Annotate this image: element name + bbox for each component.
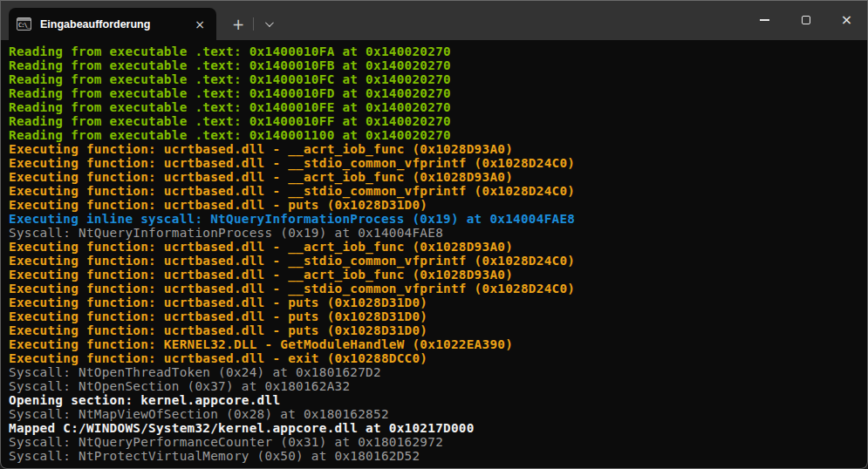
terminal-line: Executing function: ucrtbased.dll - puts… (9, 323, 866, 337)
terminal-line: Reading from executable .text: 0x1400010… (9, 100, 866, 114)
tab-title: Eingabeaufforderung (40, 18, 188, 31)
terminal-line: Reading from executable .text: 0x1400010… (9, 72, 866, 86)
tab-eingabeaufforderung[interactable]: C:\_ Eingabeaufforderung × (9, 8, 216, 40)
terminal-line: Executing function: ucrtbased.dll - puts… (9, 296, 866, 309)
chevron-down-icon (264, 18, 273, 27)
terminal-line: Executing function: ucrtbased.dll - puts… (9, 198, 866, 212)
terminal-line: Executing function: ucrtbased.dll - __ac… (9, 268, 866, 282)
terminal-line: Executing function: ucrtbased.dll - puts… (9, 309, 866, 323)
maximize-button[interactable] (785, 1, 826, 39)
terminal-output: Reading from executable .text: 0x1400010… (9, 44, 866, 463)
terminal-line: Opening section: kernel.appcore.dll (9, 393, 866, 407)
title-bar: C:\_ Eingabeaufforderung × + × (1, 1, 867, 40)
new-tab-button[interactable]: + (223, 8, 253, 40)
terminal-line: Executing function: ucrtbased.dll - __st… (9, 156, 866, 170)
terminal-line: Executing function: ucrtbased.dll - __ac… (9, 240, 866, 254)
close-icon: × (841, 13, 852, 27)
terminal-viewport[interactable]: Reading from executable .text: 0x1400010… (2, 40, 866, 467)
terminal-line: Executing inline syscall: NtQueryInforma… (9, 212, 866, 226)
terminal-line: Mapped C:/WINDOWS/System32/kernel.appcor… (9, 421, 866, 435)
terminal-line: Syscall: NtOpenThreadToken (0x24) at 0x1… (9, 365, 866, 379)
cmd-icon-text: C:\_ (18, 22, 30, 29)
terminal-line: Executing function: ucrtbased.dll - __st… (9, 184, 866, 198)
terminal-line: Executing function: ucrtbased.dll - __ac… (9, 142, 866, 156)
terminal-line: Reading from executable .text: 0x1400010… (9, 114, 866, 128)
maximize-icon (802, 16, 810, 24)
terminal-line: Syscall: NtQueryInformationProcess (0x19… (9, 226, 866, 240)
terminal-line: Executing function: KERNEL32.DLL - GetMo… (9, 337, 866, 351)
terminal-line: Executing function: ucrtbased.dll - exit… (9, 351, 866, 365)
terminal-window: C:\_ Eingabeaufforderung × + × Reading f… (0, 0, 868, 469)
terminal-line: Executing function: ucrtbased.dll - __ac… (9, 170, 866, 184)
close-button[interactable]: × (826, 1, 867, 39)
minimize-button[interactable] (744, 1, 785, 39)
cmd-prompt-icon: C:\_ (17, 17, 31, 31)
window-controls: × (744, 1, 867, 39)
tab-close-icon[interactable]: × (188, 13, 211, 36)
terminal-line: Reading from executable .text: 0x1400010… (9, 58, 866, 72)
terminal-line: Reading from executable .text: 0x1400010… (9, 44, 866, 58)
terminal-line: Reading from executable .text: 0x1400010… (9, 86, 866, 100)
terminal-line: Syscall: NtMapViewOfSection (0x28) at 0x… (9, 407, 866, 421)
tab-dropdown-button[interactable] (254, 8, 282, 40)
terminal-line: Syscall: NtProtectVirtualMemory (0x50) a… (9, 449, 866, 463)
terminal-line: Executing function: ucrtbased.dll - __st… (9, 282, 866, 296)
terminal-line: Executing function: ucrtbased.dll - __st… (9, 254, 866, 268)
titlebar-drag-area[interactable] (282, 1, 744, 40)
terminal-line: Syscall: NtQueryPerformanceCounter (0x31… (9, 435, 866, 449)
terminal-line: Syscall: NtOpenSection (0x37) at 0x18016… (9, 379, 866, 393)
minimize-icon (760, 19, 769, 21)
terminal-line: Reading from executable .text: 0x1400011… (9, 128, 866, 142)
